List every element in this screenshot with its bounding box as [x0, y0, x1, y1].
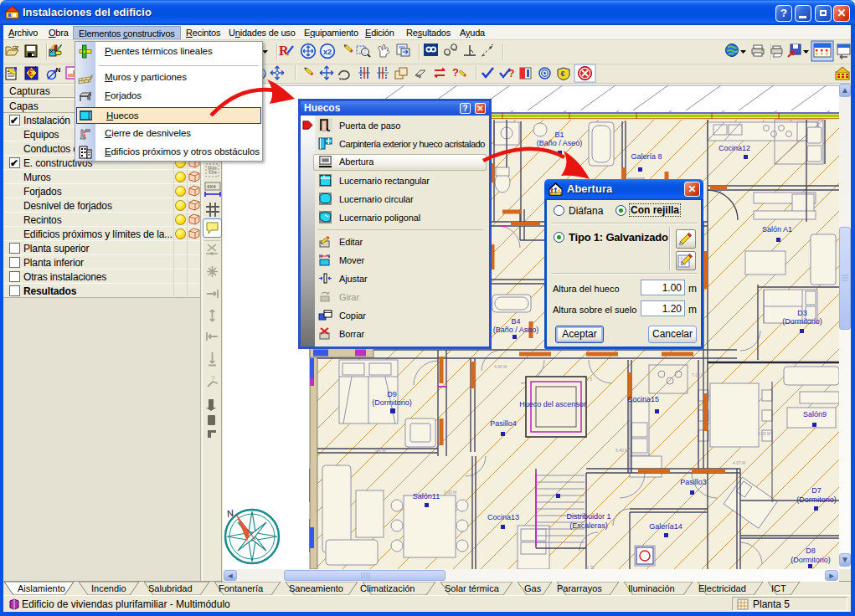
svg-text:Cocina15: Cocina15 — [627, 395, 659, 403]
svg-text:7.00 M: 7.00 M — [692, 372, 704, 377]
svg-text:ICT: ICT — [771, 583, 786, 593]
svg-text:D9: D9 — [387, 390, 397, 398]
svg-text:Gas: Gas — [524, 583, 542, 593]
svg-text:3.00 M: 3.00 M — [444, 490, 456, 495]
svg-text:Fontanería: Fontanería — [219, 583, 264, 593]
svg-text:Salón A1: Salón A1 — [762, 225, 792, 234]
svg-text:4.07 M: 4.07 M — [733, 460, 745, 465]
svg-text:D3: D3 — [797, 309, 807, 317]
svg-text:Aislamiento: Aislamiento — [18, 583, 65, 593]
svg-text:(Baño / Aseo): (Baño / Aseo) — [493, 326, 539, 334]
svg-text:Cocina13: Cocina13 — [487, 513, 519, 521]
svg-text:B1: B1 — [554, 131, 564, 139]
svg-text:Distribuidor 1: Distribuidor 1 — [566, 512, 610, 521]
svg-text:2 3: 2 3 — [586, 377, 592, 382]
svg-text:Electricidad: Electricidad — [698, 583, 746, 593]
svg-text:5.0 M: 5.0 M — [375, 448, 386, 453]
svg-text:Hueco del ascensor: Hueco del ascensor — [519, 400, 586, 408]
svg-text:Saneamiento: Saneamiento — [289, 583, 343, 593]
svg-text:D8: D8 — [806, 547, 816, 555]
svg-text:Salón11: Salón11 — [413, 492, 440, 501]
svg-text:5.40 M: 5.40 M — [615, 448, 628, 453]
svg-text:4.00 M: 4.00 M — [494, 364, 507, 369]
svg-text:Salubridad: Salubridad — [148, 583, 193, 593]
svg-text:B4: B4 — [511, 317, 520, 326]
svg-text:(Baño / Aseo): (Baño / Aseo) — [537, 139, 583, 147]
svg-text:4.00 M: 4.00 M — [758, 431, 770, 436]
svg-text:Galería 8: Galería 8 — [631, 152, 662, 161]
svg-text:(Dormitorio): (Dormitorio) — [796, 495, 837, 504]
svg-text:Solar térmica: Solar térmica — [445, 583, 500, 593]
svg-text:(Dormitorio): (Dormitorio) — [372, 398, 412, 407]
svg-text:Pasillo4: Pasillo4 — [490, 419, 517, 428]
svg-text:?: ? — [211, 375, 215, 382]
svg-text:(Dormitorio): (Dormitorio) — [782, 317, 822, 326]
svg-text:(Escaleras): (Escaleras) — [569, 521, 608, 530]
svg-text:N: N — [225, 507, 234, 519]
svg-text:Climatización: Climatización — [360, 583, 415, 593]
svg-text:D7: D7 — [811, 486, 822, 495]
svg-text:Cocina12: Cocina12 — [719, 144, 750, 152]
svg-text:(Dormitorio): (Dormitorio) — [791, 556, 831, 564]
svg-text:Iluminación: Iluminación — [628, 583, 675, 593]
svg-text:4X4: 4X4 — [207, 184, 216, 189]
svg-text:Galería14: Galería14 — [649, 522, 682, 531]
svg-text:Incendio: Incendio — [91, 583, 126, 593]
svg-text:Pasillo3: Pasillo3 — [680, 478, 707, 486]
svg-text:Pararrayos: Pararrayos — [557, 583, 602, 593]
svg-text:Salón9: Salón9 — [803, 410, 827, 418]
